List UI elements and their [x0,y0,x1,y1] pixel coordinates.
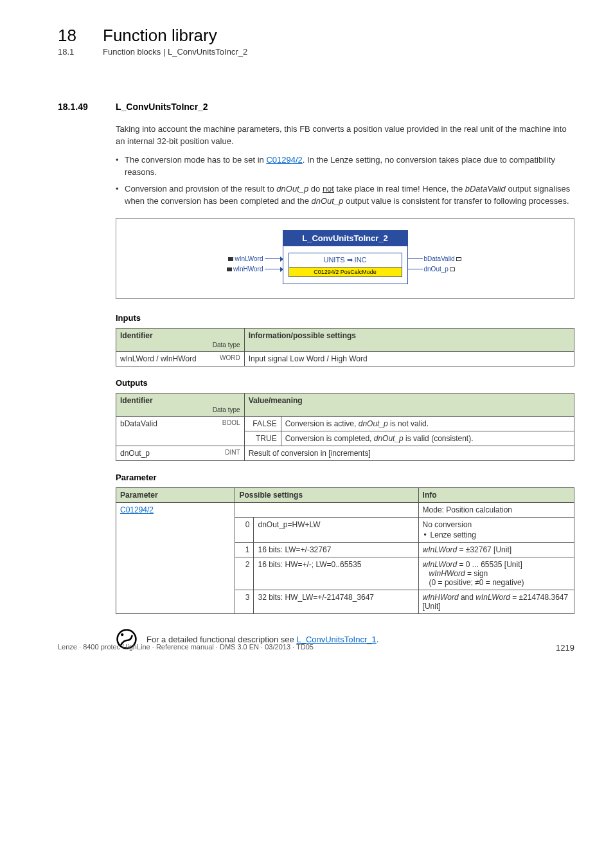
inputs-heading: Inputs [116,313,574,323]
datatype-label: Data type [120,406,240,413]
text: Conversion and provision of the result t… [125,184,276,194]
text: The conversion mode has to be set in [125,155,266,165]
table-header-row: Parameter Possible settings Info [116,488,574,503]
identifier: wInLWord [423,545,458,554]
table-row: bDataValid BOOL FALSE Conversion is acti… [116,417,574,431]
chapter-title: Function library [103,26,217,46]
intro-paragraph: Taking into account the machine paramete… [116,123,574,148]
text: Conversion is completed, [285,434,374,443]
port-label: dnOut_p [423,266,450,273]
outputs-heading: Outputs [116,378,574,388]
value-meaning: Conversion is active, dnOut_p is not val… [281,417,574,431]
identifier: wInLWord [475,593,510,602]
bullet-item: The conversion mode has to be set in C01… [116,154,574,179]
col-parameter: Parameter [116,488,235,503]
port-line-icon [265,269,280,269]
svg-point-1 [121,633,123,636]
col-info: Information/possible settings [244,329,574,352]
text: = ±32767 [Unit] [457,545,511,554]
identifier: dnOut_p [276,184,308,194]
header-label: Identifier [120,331,153,340]
inputs-table: Identifier Data type Information/possibl… [116,328,574,366]
subheader-number: 18.1 [58,47,103,57]
page-footer: Lenze · 8400 protec HighLine · Reference… [58,643,574,653]
parameter-heading: Parameter [116,473,574,482]
opt-text: 32 bits: HW_LW=+/-214748_3647 [254,590,418,614]
port-label: wInLWord [233,255,264,262]
col-identifier: Identifier Data type [116,393,245,417]
port-box-icon [227,267,232,271]
bullet-item: Conversion and provision of the result t… [116,183,574,208]
opt-text: 16 bits: LW=+/-32767 [254,543,418,557]
table-row: dnOut_p DINT Result of conversion in [in… [116,446,574,461]
parameter-table: Parameter Possible settings Info C01294/… [116,487,574,614]
opt-num: 3 [235,590,254,614]
page-number: 1219 [556,643,574,653]
col-value: Value/meaning [244,393,574,417]
identifier: wInHWord [423,593,459,602]
identifier: bDataValid [465,184,506,194]
info-cell: Result of conversion in [increments] [244,446,574,461]
opt-text: dnOut_p=HW+LW [254,518,418,543]
fb-title: L_ConvUnitsToIncr_2 [283,230,408,246]
intro-bullets: The conversion mode has to be set in C01… [116,154,574,208]
sub-bullet-item: Lenze setting [423,530,570,539]
input-port: wInHWord [227,266,283,273]
page-header: 18 Function library [58,26,574,46]
opt-text: 16 bits: HW=+/-; LW=0..65535 [254,557,418,590]
subheader: 18.1 Function blocks | L_ConvUnitsToIncr… [58,47,574,57]
info-cell: Mode: Position calculation [418,503,574,518]
code-link[interactable]: C01294/2 [120,505,154,514]
identifier-cell: bDataValid BOOL [116,417,245,446]
value-label: TRUE [244,431,281,446]
identifier: dnOut_p [359,419,388,428]
port-label: bDataValid [423,255,456,262]
output-port: bDataValid [407,255,461,262]
code-link[interactable]: C01294/2 [266,155,302,165]
input-port: wInLWord [228,255,283,262]
value-label: FALSE [244,417,281,431]
datatype-label: Data type [120,341,240,348]
identifier: dnOut_p [312,196,344,206]
section-title: L_ConvUnitsToIncr_2 [116,102,208,112]
port-line-icon [407,269,423,269]
identifier: wInHWord [429,569,465,578]
fb-inner-box: UNITS ➡ INC C01294/2 PosCalcMode [289,253,402,277]
function-block-diagram: L_ConvUnitsToIncr_2 wInLWord wInHWord [116,218,574,299]
value-meaning: Conversion is completed, dnOut_p is vali… [281,431,574,446]
outputs-table: Identifier Data type Value/meaning bData… [116,393,574,461]
datatype: WORD [220,354,240,361]
identifier-text: dnOut_p [120,449,150,458]
col-possible: Possible settings [235,488,418,503]
datatype: BOOL [222,419,240,426]
fb-box: L_ConvUnitsToIncr_2 wInLWord wInHWord [242,230,448,284]
text: No conversion [423,520,472,529]
subheader-title: Function blocks | L_ConvUnitsToIncr_2 [103,47,247,57]
fb-inner-sublabel: C01294/2 PosCalcMode [289,267,402,276]
identifier: dnOut_p [374,434,404,443]
opt-num: 1 [235,543,254,557]
section-number: 18.1.49 [58,102,116,112]
empty-cell [235,503,418,518]
divider: _ _ _ _ _ _ _ _ _ _ _ _ _ _ _ _ _ _ _ _ … [58,72,574,82]
identifier-cell: wInLWord / wInHWord WORD [116,352,245,366]
col-info: Info [418,488,574,503]
text: PosCalcMode [339,269,377,275]
output-port: dnOut_p [407,266,455,273]
info-cell: wInHWord and wInLWord = ±214748.3647 [Un… [418,590,574,614]
info-cell: No conversion Lenze setting [418,518,574,543]
section-heading: 18.1.49 L_ConvUnitsToIncr_2 [58,102,574,112]
col-identifier: Identifier Data type [116,329,245,352]
port-box-icon [456,257,461,261]
sub-bullets: Lenze setting [423,530,570,539]
text: (0 = positive; ≠0 = negative) [423,578,524,587]
port-label: wInHWord [232,266,265,273]
text: Conversion is active, [285,419,359,428]
identifier-text: bDataValid [120,419,157,428]
arrow-icon [280,267,283,272]
parameter-cell: C01294/2 [116,503,235,614]
code-label: C01294/2 [314,269,339,275]
content: Taking into account the machine paramete… [116,123,574,650]
chapter-number: 18 [58,26,103,46]
table-row: C01294/2 Mode: Position calculation [116,503,574,518]
